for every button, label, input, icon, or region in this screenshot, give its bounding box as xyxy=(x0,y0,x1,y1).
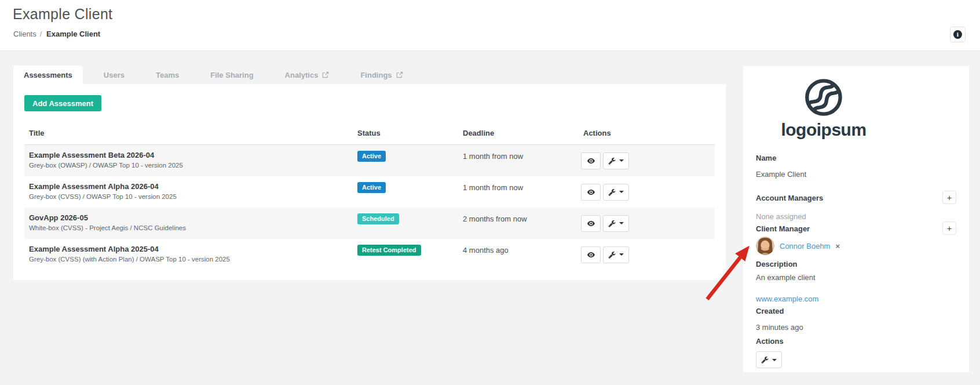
assessment-deadline: 2 months from now xyxy=(458,208,579,239)
avatar-image xyxy=(756,237,774,255)
tab-file-sharing[interactable]: File Sharing xyxy=(200,66,264,84)
client-logo-mark xyxy=(803,77,844,118)
status-badge: Active xyxy=(357,151,386,162)
account-managers-label: Account Managers xyxy=(756,194,823,202)
assessment-deadline: 1 month from now xyxy=(458,176,579,208)
title-cell: GovApp 2026-05 White-box (CVSS) - Projec… xyxy=(24,208,353,239)
status-badge: Active xyxy=(357,182,386,193)
client-manager-label: Client Manager xyxy=(756,224,810,233)
tab-teams[interactable]: Teams xyxy=(145,66,189,84)
page: Example Client Clients/ Example Client i… xyxy=(0,0,980,385)
column-header-actions: Actions xyxy=(579,124,715,144)
actions-label: Actions xyxy=(756,337,956,346)
assessment-actions-dropdown[interactable] xyxy=(603,215,629,232)
assessment-actions-dropdown[interactable] xyxy=(603,184,629,201)
client-manager-avatar[interactable] xyxy=(756,237,774,255)
account-managers-empty: None assigned xyxy=(756,212,956,221)
wrench-icon xyxy=(608,251,616,259)
add-client-manager-button[interactable]: + xyxy=(942,221,956,235)
info-button[interactable]: i xyxy=(950,27,966,42)
caret-down-icon xyxy=(619,159,624,164)
description-label: Description xyxy=(756,260,956,268)
assessment-title: GovApp 2026-05 xyxy=(29,213,350,223)
client-manager-row: Connor Boehm × xyxy=(756,237,956,255)
eye-icon xyxy=(587,219,595,228)
wrench-icon xyxy=(608,220,616,227)
assessment-title: Example Assessment Beta 2026-04 xyxy=(29,150,350,160)
created-value: 3 minutes ago xyxy=(756,323,956,332)
account-managers-section: Account Managers + xyxy=(756,192,956,203)
breadcrumb-separator: / xyxy=(40,30,42,38)
assessment-actions-dropdown[interactable] xyxy=(603,152,629,169)
breadcrumb-current: Example Client xyxy=(46,30,100,38)
title-cell: Example Assessment Alpha 2026-04 Grey-bo… xyxy=(24,176,353,208)
caret-down-icon xyxy=(619,191,624,195)
view-assessment-button[interactable] xyxy=(581,215,601,232)
client-logo-text: logoipsum xyxy=(766,121,882,139)
client-manager-link[interactable]: Connor Boehm xyxy=(780,242,830,250)
status-cell: Active xyxy=(353,145,458,176)
table-body: Example Assessment Beta 2026-04 Grey-box… xyxy=(24,145,715,270)
website-link[interactable]: www.example.com xyxy=(756,295,818,303)
column-header-title: Title xyxy=(24,124,353,144)
assessment-actions-dropdown[interactable] xyxy=(603,246,629,263)
breadcrumb: Clients/ Example Client xyxy=(13,30,100,38)
tab-findings[interactable]: Findings xyxy=(350,66,413,84)
assessment-title: Example Assessment Alpha 2026-04 xyxy=(29,181,350,191)
assessment-subtitle: White-box (CVSS) - Project Aegis / NCSC … xyxy=(29,224,350,231)
eye-icon xyxy=(587,157,595,165)
wrench-icon xyxy=(761,356,769,364)
caret-down-icon xyxy=(619,222,624,227)
eye-icon xyxy=(587,250,595,259)
client-manager-section: Client Manager + xyxy=(756,223,956,234)
breadcrumb-clients-link[interactable]: Clients xyxy=(13,30,36,38)
assessments-table: Title Status Deadline Actions Example As… xyxy=(24,124,715,270)
remove-client-manager-button[interactable]: × xyxy=(835,242,840,250)
column-header-status: Status xyxy=(353,124,458,144)
assessment-deadline: 4 months ago xyxy=(458,239,579,270)
column-header-deadline: Deadline xyxy=(458,124,579,144)
tab-assessments[interactable]: Assessments xyxy=(13,66,83,84)
client-actions-dropdown[interactable] xyxy=(756,351,782,368)
created-label: Created xyxy=(756,307,956,315)
wrench-icon xyxy=(608,157,616,165)
actions-cell xyxy=(579,176,715,208)
tab-label: Assessments xyxy=(24,71,72,79)
wrench-icon xyxy=(608,188,616,196)
table-row: Example Assessment Alpha 2026-04 Grey-bo… xyxy=(24,176,715,208)
title-cell: Example Assessment Beta 2026-04 Grey-box… xyxy=(24,145,353,176)
table-row: GovApp 2026-05 White-box (CVSS) - Projec… xyxy=(24,208,715,239)
tab-label: File Sharing xyxy=(210,71,253,79)
tab-label: Findings xyxy=(360,71,392,79)
tab-users[interactable]: Users xyxy=(93,66,135,84)
status-badge: Retest Completed xyxy=(357,245,421,256)
tab-label: Users xyxy=(104,71,125,79)
assessment-subtitle: Grey-box (OWASP) / OWASP Top 10 - versio… xyxy=(29,162,350,169)
client-card: logoipsum Name Example Client Account Ma… xyxy=(743,66,969,372)
assessment-subtitle: Grey-box (CVSS) / OWASP Top 10 - version… xyxy=(29,193,350,200)
view-assessment-button[interactable] xyxy=(581,184,601,201)
description-value: An example client xyxy=(756,273,956,282)
view-assessment-button[interactable] xyxy=(581,152,601,169)
actions-cell xyxy=(579,145,715,176)
tab-label: Analytics xyxy=(285,71,319,79)
assessment-deadline: 1 month from now xyxy=(458,145,579,176)
tab-analytics[interactable]: Analytics xyxy=(275,66,340,84)
caret-down-icon xyxy=(619,253,624,258)
tab-bar: Assessments Users Teams File Sharing Ana… xyxy=(13,66,414,84)
title-cell: Example Assessment Alpha 2025-04 Grey-bo… xyxy=(24,239,353,270)
caret-down-icon xyxy=(772,359,777,364)
external-link-icon xyxy=(322,71,329,78)
table-row: Example Assessment Alpha 2025-04 Grey-bo… xyxy=(24,239,715,270)
table-header-row: Title Status Deadline Actions xyxy=(24,124,715,145)
assessment-subtitle: Grey-box (CVSS) (with Action Plan) / OWA… xyxy=(29,256,350,263)
actions-cell xyxy=(579,208,715,239)
assessment-title: Example Assessment Alpha 2025-04 xyxy=(29,244,350,254)
add-account-manager-button[interactable]: + xyxy=(942,191,956,204)
view-assessment-button[interactable] xyxy=(581,246,601,263)
external-link-icon xyxy=(396,71,403,78)
add-assessment-button[interactable]: Add Assessment xyxy=(24,95,101,111)
status-badge: Scheduled xyxy=(357,213,399,224)
assessments-panel: Add Assessment Title Status Deadline Act… xyxy=(13,84,726,280)
name-label: Name xyxy=(756,154,956,162)
